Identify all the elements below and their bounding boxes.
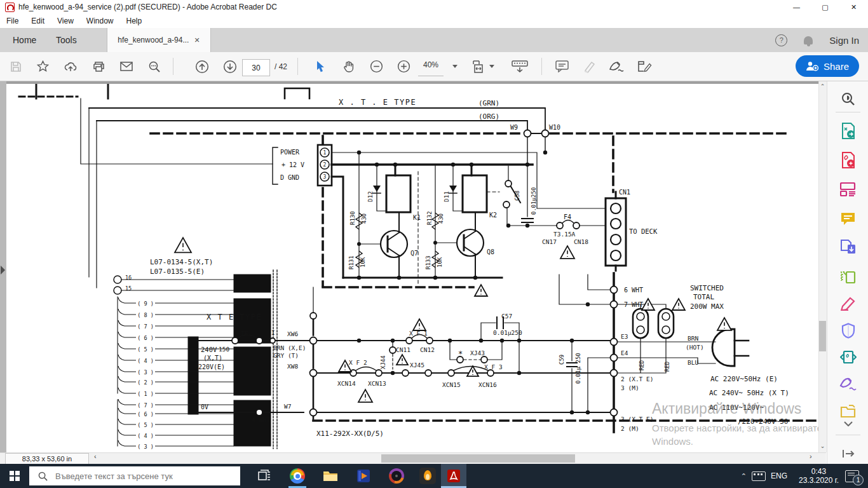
close-button[interactable]: ✕ xyxy=(839,0,868,14)
left-panel-expand-icon[interactable] xyxy=(1,266,5,274)
organize-pages-icon[interactable] xyxy=(827,264,868,290)
select-tool-icon[interactable] xyxy=(310,52,332,81)
send-for-signature-icon[interactable] xyxy=(827,441,868,466)
export-pdf-icon[interactable] xyxy=(827,118,868,144)
print-icon[interactable] xyxy=(88,52,109,81)
tools-panel xyxy=(827,81,868,464)
schematic-label: XJ43 xyxy=(470,349,485,356)
previous-page-icon[interactable] xyxy=(191,52,214,81)
vertical-scrollbar-thumb[interactable] xyxy=(819,321,826,351)
menu-edit[interactable]: Edit xyxy=(25,17,51,25)
comment-icon[interactable] xyxy=(550,52,573,81)
email-icon[interactable] xyxy=(116,52,137,81)
reading-mode-icon[interactable] xyxy=(507,52,532,81)
scroll-down-icon[interactable]: ⌄ xyxy=(818,443,827,449)
zoom-dropdown-icon[interactable] xyxy=(449,52,461,81)
edit-pdf-tool-icon[interactable] xyxy=(633,52,656,81)
tab-tools[interactable]: Tools xyxy=(56,28,77,52)
schematic-label: 10K xyxy=(437,257,443,268)
page-number-input[interactable] xyxy=(242,59,270,76)
schematic-label: T3.15A xyxy=(553,231,576,238)
horizontal-scrollbar-thumb[interactable] xyxy=(381,454,575,463)
hand-tool-icon[interactable] xyxy=(338,52,360,81)
redact-icon[interactable] xyxy=(827,291,868,316)
page-total-label: / 42 xyxy=(269,52,292,81)
zoom-out-icon[interactable] xyxy=(365,52,387,81)
schematic-label: SWITCHED xyxy=(690,284,724,292)
search-icon[interactable] xyxy=(144,52,165,81)
schematic-label: TOTAL xyxy=(693,293,714,301)
zoom-in-icon[interactable] xyxy=(393,52,414,81)
schematic-pin-label: ( 5 ) xyxy=(137,346,154,353)
tray-date: 23.3.2020 г. xyxy=(799,476,839,485)
next-page-icon[interactable] xyxy=(219,52,241,81)
fit-width-icon[interactable] xyxy=(470,52,496,81)
fill-sign-icon[interactable] xyxy=(827,371,868,396)
schematic-label: R133 xyxy=(425,255,431,269)
cloud-upload-icon[interactable] xyxy=(60,52,81,81)
schematic-label: 2 (M) xyxy=(621,425,639,432)
menu-help[interactable]: Help xyxy=(120,17,149,25)
search-tool-icon[interactable] xyxy=(827,86,868,112)
schematic-pin-label: ( 8 ) xyxy=(137,312,154,318)
schematic-pin-label: ( 9 ) xyxy=(137,301,154,307)
task-view-button[interactable] xyxy=(250,464,278,488)
clock[interactable]: 0:43 23.3.2020 г. xyxy=(799,467,839,485)
scroll-up-icon[interactable]: ⌃ xyxy=(818,83,827,90)
scroll-right-icon[interactable]: › xyxy=(810,452,812,460)
comment-tool-icon[interactable] xyxy=(827,206,868,231)
notification-badge: 1 xyxy=(853,475,864,485)
language-indicator[interactable]: ENG xyxy=(771,471,787,480)
maximize-button[interactable]: ▢ xyxy=(811,0,839,14)
schematic-label: TO DECK xyxy=(629,227,658,235)
schematic-label: + 12 V xyxy=(281,161,304,168)
chrome-icon[interactable] xyxy=(283,464,311,488)
save-icon[interactable] xyxy=(5,52,27,81)
file-explorer-icon[interactable] xyxy=(316,464,344,488)
menu-window[interactable]: Window xyxy=(80,17,120,25)
fill-sign-pen-icon[interactable] xyxy=(605,52,628,81)
menu-file[interactable]: File xyxy=(0,17,25,25)
edit-pdf-icon[interactable] xyxy=(827,177,868,202)
media-player-icon[interactable] xyxy=(349,464,377,488)
flame-app-icon[interactable] xyxy=(414,464,442,488)
zoom-level-value[interactable]: 40% xyxy=(418,54,444,76)
schematic-label: Q7 xyxy=(410,250,418,257)
schematic-label: W9 xyxy=(510,124,518,131)
protect-icon[interactable] xyxy=(827,318,868,343)
tray-expand-icon[interactable]: ⌃ xyxy=(741,472,747,480)
notifications-bell-icon[interactable] xyxy=(804,36,813,44)
acrobat-taskbar-icon[interactable] xyxy=(441,464,466,488)
taskbar-search-input[interactable] xyxy=(54,471,228,482)
highlight-icon[interactable] xyxy=(578,52,601,81)
combine-files-icon[interactable] xyxy=(827,235,868,261)
close-tab-icon[interactable]: ✕ xyxy=(194,36,200,44)
tab-document[interactable]: hfe_kenwood_a-94... ✕ xyxy=(107,28,211,52)
vertical-scrollbar[interactable] xyxy=(818,81,827,452)
minimize-button[interactable]: — xyxy=(782,0,811,14)
share-button[interactable]: Share xyxy=(796,55,859,77)
schematic-label: CN1 xyxy=(619,189,630,196)
create-pdf-icon[interactable] xyxy=(827,147,868,173)
schematic-label: C58 xyxy=(514,191,520,201)
sign-in-button[interactable]: Sign In xyxy=(829,35,859,46)
panel-more-chevron-icon[interactable] xyxy=(827,417,868,431)
touch-keyboard-icon[interactable] xyxy=(752,471,766,481)
action-center-icon[interactable]: 1 xyxy=(845,470,859,482)
schematic-label: E4 xyxy=(621,349,628,356)
menu-view[interactable]: View xyxy=(51,17,80,25)
tray-time: 0:43 xyxy=(799,467,839,476)
music-app-icon[interactable] xyxy=(383,464,410,488)
taskbar-search[interactable] xyxy=(29,466,240,485)
compress-pdf-icon[interactable] xyxy=(827,344,868,370)
scroll-left-icon[interactable]: ‹ xyxy=(94,452,97,460)
schematic-label: D12 xyxy=(367,191,374,202)
schematic-pin-label: ( 7 ) xyxy=(137,402,154,409)
schematic-label: W7 xyxy=(284,403,291,410)
schematic-label: C59 xyxy=(559,355,565,365)
schematic-label: L07-0135-5(E) xyxy=(150,268,205,276)
start-button[interactable] xyxy=(0,464,29,488)
tab-home[interactable]: Home xyxy=(13,28,36,52)
star-favorites-icon[interactable] xyxy=(32,52,53,81)
help-icon[interactable]: ? xyxy=(775,34,787,46)
